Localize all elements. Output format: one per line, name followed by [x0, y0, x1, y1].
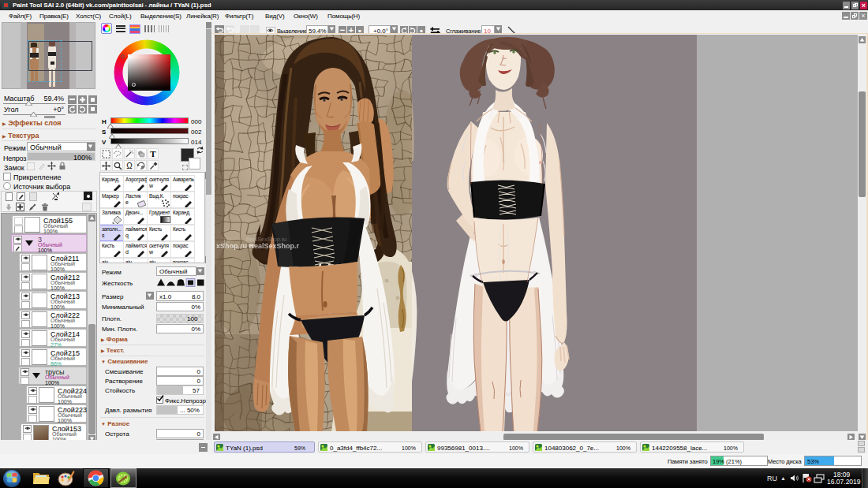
svg-text:xShop.ru RealSexShop.r: xShop.ru RealSexShop.r [216, 242, 300, 250]
svg-text:RealSexShop.ru: RealSexShop.ru [246, 237, 286, 243]
